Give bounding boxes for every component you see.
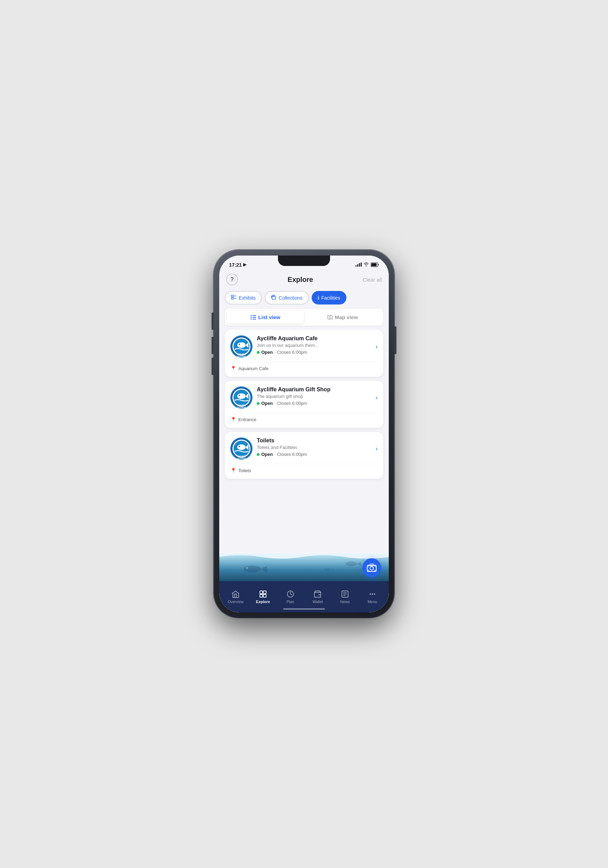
nav-item-plan[interactable]: Plan: [277, 587, 304, 606]
svg-point-62: [374, 594, 375, 595]
notch: [278, 256, 330, 266]
svg-point-30: [239, 395, 240, 396]
wallet-icon: [313, 590, 322, 598]
svg-point-20: [237, 343, 246, 348]
menu-icon: [368, 590, 376, 598]
cafe-status-dot: [257, 351, 260, 354]
cafe-status: Open · Closes 6:00pm: [257, 350, 372, 355]
cafe-info: Aycliffe Aquarium Cafe Join us in our aq…: [257, 335, 372, 355]
svg-rect-2: [232, 295, 233, 297]
giftshop-location-label: Entrance: [238, 417, 257, 422]
giftshop-closing-time: · Closes 6:00pm: [274, 401, 307, 406]
tab-exhibits[interactable]: Exhibits: [225, 291, 262, 304]
svg-text:AQUARIUM: AQUARIUM: [237, 457, 246, 459]
svg-rect-8: [272, 296, 275, 299]
svg-marker-42: [261, 566, 267, 572]
giftshop-divider: [230, 413, 378, 413]
giftshop-location-icon: 📍: [230, 417, 236, 422]
toilets-name: Toilets: [257, 437, 372, 444]
giftshop-description: The aquarium gift shop: [257, 394, 372, 399]
toilets-chevron-icon: ›: [376, 445, 378, 453]
nav-news-label: News: [340, 600, 350, 604]
home-indicator: [283, 608, 325, 610]
svg-point-36: [237, 445, 246, 450]
clear-all-button[interactable]: Clear all: [363, 277, 382, 283]
svg-point-46: [324, 568, 331, 572]
nav-item-menu[interactable]: Menu: [359, 587, 386, 606]
toilets-closing-time: · Closes 6:00pm: [274, 452, 307, 457]
toilets-open-label: Open: [261, 452, 273, 457]
svg-rect-51: [260, 591, 263, 594]
facility-card-giftshop[interactable]: AYCLIFFE AQUARIUM Aycliffe Aquarium Gift…: [225, 381, 383, 428]
giftshop-info: Aycliffe Aquarium Gift Shop The aquarium…: [257, 386, 372, 406]
cafe-location-icon: 📍: [230, 366, 236, 371]
battery-icon: [371, 262, 379, 267]
nav-item-wallet[interactable]: Wallet: [304, 587, 331, 606]
fish2-decoration: [344, 560, 361, 567]
toilets-description: Toilets and Facilities: [257, 445, 372, 450]
giftshop-status-dot: [257, 402, 260, 405]
giftshop-status: Open · Closes 6:00pm: [257, 401, 372, 406]
cafe-chevron-icon: ›: [376, 343, 378, 350]
fish3-decoration: [323, 567, 333, 572]
facilities-list: AYCLIFFE AQUARIUM Aycliffe Aquarium Cafe…: [219, 330, 389, 553]
map-view-label: Map view: [335, 314, 358, 320]
news-icon: [341, 590, 349, 598]
toilets-info: Toilets Toilets and Facilities Open · Cl…: [257, 437, 372, 457]
giftshop-name: Aycliffe Aquarium Gift Shop: [257, 386, 372, 393]
tab-exhibits-label: Exhibits: [239, 295, 256, 301]
svg-point-49: [370, 567, 373, 570]
map-icon: [327, 315, 333, 320]
svg-rect-54: [263, 594, 266, 597]
nav-item-news[interactable]: News: [331, 587, 359, 606]
category-tabs: Exhibits Collections i Facilities: [219, 290, 389, 308]
svg-marker-47: [331, 568, 333, 572]
cafe-divider: [230, 362, 378, 362]
help-button[interactable]: ?: [226, 274, 238, 285]
giftshop-chevron-icon: ›: [376, 394, 378, 401]
tab-collections[interactable]: Collections: [265, 291, 308, 304]
status-icons: [355, 262, 379, 267]
svg-text:AYCLIFFE: AYCLIFFE: [237, 455, 246, 457]
svg-rect-1: [372, 263, 376, 266]
nav-item-overview[interactable]: Overview: [222, 587, 249, 606]
phone-wrapper: 17:21 ▶: [214, 250, 394, 618]
cafe-closing-time: · Closes 6:00pm: [274, 350, 307, 355]
plan-icon: [286, 590, 295, 598]
camera-icon: [367, 564, 376, 572]
tab-facilities[interactable]: i Facilities: [312, 291, 347, 304]
nav-wallet-label: Wallet: [313, 600, 323, 604]
bottom-navigation: Overview Explore Pla: [219, 581, 389, 612]
location-arrow-icon: ▶: [243, 262, 246, 267]
wifi-icon: [364, 262, 369, 267]
scroll-spacer: [225, 483, 383, 486]
svg-rect-52: [263, 591, 266, 594]
cafe-location: 📍 Aquarium Cafe: [230, 366, 378, 371]
page-title: Explore: [288, 276, 313, 284]
svg-point-22: [239, 344, 240, 345]
svg-text:AYCLIFFE: AYCLIFFE: [237, 353, 246, 355]
list-icon: [250, 315, 256, 320]
cafe-open-label: Open: [261, 350, 273, 355]
map-view-button[interactable]: Map view: [304, 311, 381, 324]
facility-card-toilets[interactable]: AYCLIFFE AQUARIUM Toilets Toilets and Fa…: [225, 432, 383, 479]
camera-fab-button[interactable]: [362, 558, 381, 577]
svg-rect-3: [232, 298, 233, 299]
view-toggle: List view Map view: [225, 308, 383, 326]
cafe-description: Join us in our aquarium them...: [257, 343, 372, 348]
toilets-location-label: Toilets: [238, 468, 251, 473]
explore-icon: [259, 590, 267, 598]
facility-card-cafe[interactable]: AYCLIFFE AQUARIUM Aycliffe Aquarium Cafe…: [225, 330, 383, 377]
list-view-button[interactable]: List view: [227, 311, 304, 324]
nav-item-explore[interactable]: Explore: [249, 587, 277, 606]
svg-marker-45: [357, 561, 361, 566]
exhibits-icon: [231, 295, 236, 301]
toilets-status: Open · Closes 6:00pm: [257, 452, 372, 457]
toilets-location: 📍 Toilets: [230, 468, 378, 473]
home-icon: [232, 590, 240, 598]
svg-point-60: [370, 594, 371, 595]
toilets-logo: AYCLIFFE AQUARIUM: [230, 437, 253, 460]
svg-point-61: [372, 594, 373, 595]
tab-collections-label: Collections: [278, 295, 302, 301]
nav-plan-label: Plan: [287, 600, 294, 604]
